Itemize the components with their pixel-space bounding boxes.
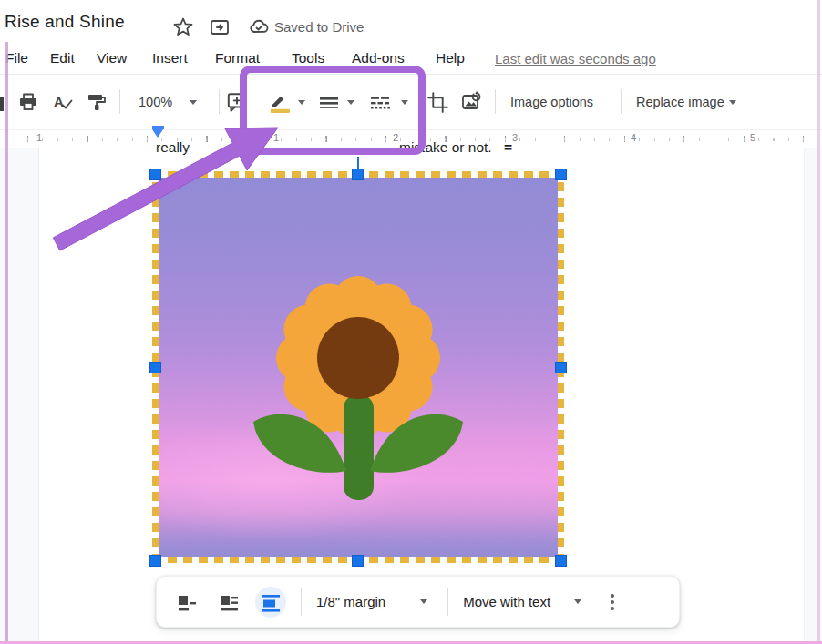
print-icon[interactable]	[16, 90, 40, 114]
replace-image-button[interactable]: Replace image	[636, 95, 724, 109]
border-color-icon[interactable]	[267, 90, 291, 114]
resize-handle-s[interactable]	[352, 555, 364, 567]
move-with-text-select[interactable]: Move with text	[463, 594, 550, 609]
border-weight-dropdown-arrow[interactable]	[347, 100, 354, 105]
menu-file[interactable]: File	[5, 50, 28, 66]
resize-handle-n[interactable]	[352, 169, 364, 180]
ruler-label: 4	[631, 132, 636, 143]
screenshot-edge	[817, 0, 820, 644]
resize-handle-sw[interactable]	[149, 555, 161, 567]
body-text-fragment: mistake or not.	[399, 139, 492, 156]
toolbar-divider	[119, 89, 120, 114]
star-icon[interactable]	[172, 16, 194, 38]
resize-handle-nw[interactable]	[149, 169, 161, 180]
ruler-label: 1	[36, 132, 42, 143]
border-weight-icon[interactable]	[317, 90, 341, 114]
menu-addons[interactable]: Add-ons	[352, 50, 405, 66]
paint-format-icon[interactable]	[85, 90, 108, 114]
saved-status[interactable]: Saved to Drive	[274, 19, 364, 35]
menu-help[interactable]: Help	[436, 50, 465, 66]
margin-dropdown-arrow[interactable]	[420, 599, 427, 604]
menu-edit[interactable]: Edit	[50, 50, 75, 66]
break-text-button[interactable]	[255, 587, 286, 618]
toolbar-divider	[219, 89, 220, 114]
wrap-inline-button[interactable]	[171, 587, 202, 618]
resize-handle-se[interactable]	[555, 555, 567, 567]
crop-icon[interactable]	[426, 90, 449, 114]
wrap-text-button[interactable]	[213, 587, 244, 618]
sunflower-image[interactable]	[159, 178, 558, 557]
menu-insert[interactable]: Insert	[152, 50, 188, 66]
float-toolbar-divider	[447, 588, 448, 616]
cloud-saved-icon	[248, 16, 270, 38]
menu-tools[interactable]: Tools	[292, 50, 324, 66]
cropped-icon-fragment	[0, 97, 4, 111]
ruler-label: 5	[750, 132, 755, 143]
ruler-label: 3	[512, 132, 518, 143]
replace-image-icon[interactable]	[460, 90, 484, 114]
menu-format[interactable]: Format	[215, 50, 260, 66]
resize-handle-w[interactable]	[149, 362, 161, 373]
zoom-select[interactable]: 100%	[139, 95, 172, 109]
float-toolbar-divider	[301, 588, 302, 616]
sunflower-illustration	[159, 178, 558, 557]
google-docs-window: Rise and Shine Saved to Drive File Edit …	[0, 0, 822, 644]
border-color-dropdown-arrow[interactable]	[298, 100, 305, 105]
ruler-label: 2	[393, 132, 398, 143]
resize-handle-e[interactable]	[555, 362, 567, 373]
spellcheck-icon[interactable]: A	[51, 90, 75, 114]
document-canvas: really mistake or not. =	[0, 148, 822, 644]
border-dash-dropdown-arrow[interactable]	[401, 100, 408, 105]
body-text-fragment: really	[156, 139, 190, 156]
last-edit-link[interactable]: Last edit was seconds ago	[495, 51, 656, 66]
toolbar-divider	[621, 89, 622, 114]
more-options-kebab-icon[interactable]	[611, 594, 614, 610]
image-position-toolbar: 1/8" margin Move with text	[156, 576, 680, 628]
menu-bar: File Edit View Insert Format Tools Add-o…	[0, 46, 822, 75]
zoom-dropdown-arrow[interactable]	[190, 100, 197, 105]
document-title[interactable]: Rise and Shine	[5, 12, 125, 32]
toolbar: A 100% Image options	[0, 75, 822, 128]
add-comment-icon[interactable]	[225, 90, 249, 114]
move-dropdown-arrow[interactable]	[574, 599, 581, 604]
border-dash-icon[interactable]	[369, 90, 393, 114]
document-page[interactable]: really mistake or not. =	[38, 148, 805, 644]
svg-text:A: A	[54, 94, 64, 109]
left-indent-marker[interactable]	[152, 129, 163, 138]
toolbar-divider	[495, 89, 496, 114]
ruler-label: 1	[273, 132, 279, 143]
resize-handle-ne[interactable]	[555, 169, 567, 180]
margin-select[interactable]: 1/8" margin	[316, 594, 385, 609]
body-text-mark: =	[504, 139, 512, 156]
image-options-button[interactable]: Image options	[510, 95, 593, 109]
move-folder-icon[interactable]	[209, 16, 231, 38]
screenshot-edge	[5, 42, 8, 644]
replace-image-dropdown-arrow[interactable]	[729, 100, 736, 105]
menu-view[interactable]: View	[97, 50, 127, 66]
selected-image-frame[interactable]	[152, 171, 564, 563]
